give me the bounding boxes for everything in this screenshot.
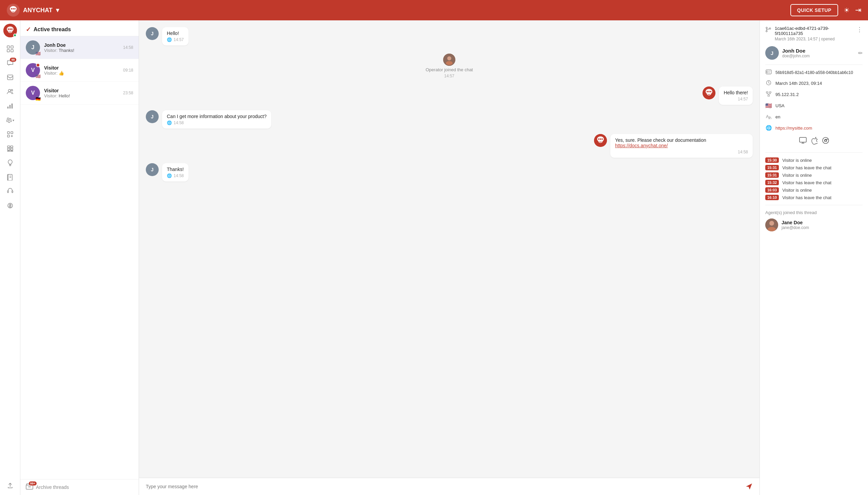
svg-point-44	[598, 138, 600, 140]
svg-rect-10	[7, 46, 10, 48]
svg-point-3	[13, 8, 14, 10]
nav-settings[interactable]: ▾	[3, 114, 17, 126]
send-button[interactable]	[745, 483, 753, 490]
edit-contact-button[interactable]: ✏	[858, 50, 863, 56]
website-value[interactable]: https://mysitte.com	[776, 125, 812, 131]
message-bubble: Hello there! 14:57	[719, 86, 753, 105]
system-message: Operator joined the chat 14:57	[146, 54, 753, 79]
message-meta: 🌐 14:58	[167, 120, 266, 125]
message-time: 14:58	[174, 173, 184, 178]
message-avatar: J	[146, 163, 159, 176]
online-badge	[36, 63, 40, 67]
active-threads-label: Active threads	[34, 27, 71, 33]
message-time: 14:57	[174, 37, 184, 42]
logout-icon[interactable]: ⇥	[855, 6, 861, 15]
git-branch-icon	[765, 27, 772, 34]
svg-rect-20	[7, 132, 10, 134]
svg-point-2	[11, 8, 12, 10]
user-avatar-wrap	[3, 24, 17, 37]
agent-avatar	[765, 219, 778, 232]
online-indicator	[13, 34, 17, 37]
nav-billing[interactable]	[3, 200, 17, 212]
apple-icon	[811, 137, 817, 146]
agent-email: jane@doe.com	[781, 225, 809, 230]
thread-item[interactable]: V 🇺🇸 Visitor Visitor: 👍 09:18	[20, 59, 139, 82]
chat-input-area	[139, 478, 760, 495]
message-text: Hello!	[167, 31, 184, 36]
operator-message-avatar	[594, 134, 607, 147]
event-label: Visitor is online	[782, 158, 812, 163]
brand: ANYCHAT ▾	[7, 4, 59, 17]
chat-messages: J Hello! 🌐 14:57 Operator joined the c	[139, 20, 760, 478]
thread-items: J 🇺🇸 Jonh Doe Visitor: Thanks! 14:58	[20, 36, 139, 479]
nav-support[interactable]	[3, 185, 17, 198]
svg-rect-12	[7, 50, 10, 52]
svg-rect-13	[11, 50, 13, 52]
svg-rect-28	[11, 151, 13, 151]
agent-item: Jane Doe jane@doe.com	[765, 219, 863, 232]
svg-point-40	[708, 91, 710, 92]
nav-analytics[interactable]	[3, 100, 17, 112]
language-value: en	[776, 114, 780, 119]
svg-point-46	[602, 138, 603, 140]
contact-name: Jonh Doe	[782, 48, 810, 54]
message-meta: 14:57	[724, 97, 748, 101]
chat-area: J Hello! 🌐 14:57 Operator joined the c	[139, 20, 760, 495]
nav-export[interactable]	[3, 479, 17, 492]
divider	[765, 205, 863, 205]
thread-list-header: ✓ Active threads	[20, 20, 139, 36]
nav-bulb[interactable]	[3, 157, 17, 169]
svg-rect-33	[28, 487, 31, 487]
divider	[765, 152, 863, 153]
archive-section[interactable]: 99+ Archive threads	[20, 479, 139, 495]
nav-dashboard[interactable]	[3, 43, 17, 55]
brand-dropdown-arrow[interactable]: ▾	[56, 6, 59, 14]
website-icon: 🌐	[765, 125, 772, 131]
svg-point-35	[447, 56, 451, 61]
icon-sidebar: 98 ▾	[0, 20, 20, 495]
thread-item[interactable]: J 🇺🇸 Jonh Doe Visitor: Thanks! 14:58	[20, 36, 139, 59]
svg-point-41	[710, 91, 711, 92]
brightness-icon[interactable]: ☀	[844, 6, 850, 14]
country-row: 🇺🇸 USA	[765, 102, 863, 109]
svg-point-48	[766, 31, 767, 32]
thread-time: 09:18	[123, 68, 133, 73]
thread-item[interactable]: V 🇩🇪 Visitor Visitor: Hello! 23:58	[20, 82, 139, 104]
event-item: 15:31 Visitor is online	[765, 172, 863, 178]
message-avatar: J	[146, 27, 159, 40]
nav-messages[interactable]	[3, 71, 17, 83]
svg-point-9	[11, 29, 13, 30]
clock-icon	[765, 80, 772, 86]
translate-icon: Aあ	[765, 114, 772, 120]
avatar-flag: 🇺🇸	[35, 74, 41, 78]
nav-chat[interactable]: 98	[3, 57, 17, 69]
svg-rect-14	[7, 75, 13, 80]
message-text: Hello there!	[724, 90, 748, 95]
nav-users[interactable]	[3, 85, 17, 98]
nav-plugins[interactable]	[3, 128, 17, 140]
system-time: 14:57	[444, 74, 454, 79]
svg-text:あ: あ	[768, 116, 772, 119]
session-date-value: March 14th 2023, 09:14	[776, 81, 822, 86]
svg-rect-58	[799, 137, 806, 142]
message-text: Can I get more information about your pr…	[167, 114, 266, 119]
nav-book[interactable]	[3, 171, 17, 183]
globe-icon: 🌐	[167, 173, 172, 178]
more-options-button[interactable]: ⋮	[856, 26, 863, 33]
preview-label: Visitor:	[44, 48, 59, 53]
svg-point-39	[707, 91, 708, 92]
docs-link[interactable]: https://docs.anychat.one/	[615, 143, 668, 148]
quick-setup-button[interactable]: QUICK SETUP	[790, 4, 838, 16]
nav-grid[interactable]	[3, 142, 17, 155]
globe-icon: 🌐	[167, 37, 172, 42]
event-label: Visitor is online	[782, 188, 812, 193]
message-time: 14:58	[174, 120, 184, 125]
message-bubble: Hello! 🌐 14:57	[162, 27, 189, 46]
contact-details: Jonh Doe doe@john.com	[782, 48, 810, 58]
chat-input[interactable]	[146, 484, 742, 489]
message-meta: 🌐 14:57	[167, 37, 184, 42]
thread-id-date: March 16th 2023, 14:57 | opened	[775, 37, 853, 41]
active-threads-section[interactable]: ✓ Active threads	[26, 26, 133, 33]
svg-rect-30	[12, 191, 13, 193]
thread-id-info: 1cae61ac-edbd-4721-a739-5f100111a735 Mar…	[775, 26, 853, 41]
